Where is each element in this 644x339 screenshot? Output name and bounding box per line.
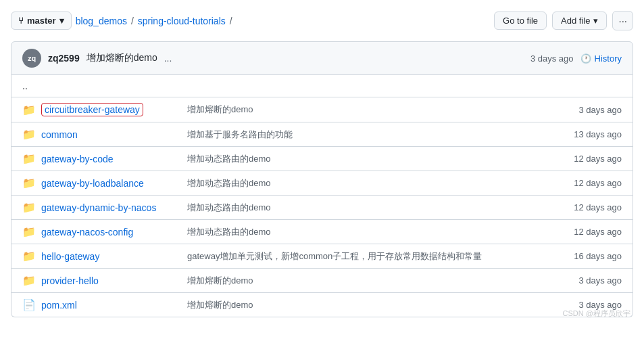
table-row: 📁 gateway-by-loadbalance 增加动态路由的demo 12 … [11,171,633,196]
top-bar: ⑂ master ▾ blog_demos / spring-cloud-tut… [11,11,633,30]
table-row: 📄 pom.xml 增加熔断的demo 3 days ago [11,293,633,317]
file-link-gateway-nacos-config[interactable]: gateway-nacos-config [41,227,133,238]
breadcrumb-sep-2: / [230,16,232,26]
add-file-label: Add file [561,16,590,26]
file-name-cell: 📁 circuitbreaker-gateway [22,103,184,116]
go-to-file-button[interactable]: Go to file [494,12,547,30]
commit-dots[interactable]: ... [164,53,172,64]
file-link-common[interactable]: common [41,129,78,140]
time-hg: 16 days ago [541,251,622,261]
more-options-button[interactable]: ··· [612,11,633,30]
branch-icon: ⑂ [18,16,24,26]
file-link-hello-gateway[interactable]: hello-gateway [41,251,99,262]
branch-selector[interactable]: ⑂ master ▾ [11,12,72,30]
list-item-dotdot: .. [11,75,633,97]
commit-desc-gbl: 增加动态路由的demo [184,177,541,189]
commit-message: 增加熔断的demo [86,52,157,64]
file-name-cell: 📁 gateway-by-loadbalance [22,177,184,189]
folder-icon: 📁 [22,250,36,263]
file-name-cell: 📁 common [22,128,184,141]
time-gbl: 12 days ago [541,178,622,188]
file-link-gateway-dynamic-by-nacos[interactable]: gateway-dynamic-by-nacos [41,202,156,213]
clock-icon: 🕐 [580,53,591,64]
table-row: 📁 circuitbreaker-gateway 增加熔断的demo 3 day… [11,97,633,122]
breadcrumb: ⑂ master ▾ blog_demos / spring-cloud-tut… [11,12,232,30]
file-name-cell: 📁 gateway-nacos-config [22,225,184,238]
commit-desc-circuitbreaker: 增加熔断的demo [184,104,541,116]
folder-icon: 📁 [22,201,36,214]
time-pom: 3 days ago [541,300,622,310]
branch-chevron-icon: ▾ [59,16,64,26]
time-ph: 3 days ago [541,275,622,286]
table-row: 📁 provider-hello 增加熔断的demo 3 days ago [11,269,633,293]
file-link-circuitbreaker-gateway[interactable]: circuitbreaker-gateway [41,103,143,116]
commit-desc-common: 增加基于服务名路由的功能 [184,129,541,141]
commit-user[interactable]: zq2599 [48,53,80,64]
breadcrumb-spring-cloud[interactable]: spring-cloud-tutorials [138,16,226,26]
folder-icon: 📁 [22,128,36,141]
breadcrumb-sep-1: / [131,16,134,26]
file-link-provider-hello[interactable]: provider-hello [41,275,99,286]
file-name-cell: 📄 pom.xml [22,298,184,311]
commit-right: 3 days ago 🕐 History [530,53,622,64]
file-name-cell: 📁 gateway-dynamic-by-nacos [22,201,184,214]
commit-desc-gnc: 增加动态路由的demo [184,226,541,238]
file-link-gateway-by-code[interactable]: gateway-by-code [41,154,114,164]
table-row: 📁 hello-gateway gateway增加单元测试，新增common子工… [11,244,633,269]
table-row: 📁 gateway-nacos-config 增加动态路由的demo 12 da… [11,220,633,244]
table-row: 📁 gateway-dynamic-by-nacos 增加动态路由的demo 1… [11,196,633,220]
add-file-button[interactable]: Add file ▾ [552,12,607,30]
folder-icon: 📁 [22,152,36,165]
file-name-cell: 📁 provider-hello [22,274,184,287]
breadcrumb-blog-demos[interactable]: blog_demos [76,16,127,26]
commit-left: zq zq2599 增加熔断的demo ... [22,49,172,68]
table-row: 📁 common 增加基于服务名路由的功能 13 days ago [11,122,633,147]
commit-desc-gbc: 增加动态路由的demo [184,153,541,165]
file-icon: 📄 [22,298,36,311]
branch-label: master [27,16,56,26]
file-name-cell: 📁 gateway-by-code [22,152,184,165]
commit-bar: zq zq2599 增加熔断的demo ... 3 days ago 🕐 His… [11,41,633,75]
folder-icon: 📁 [22,104,36,116]
time-common: 13 days ago [541,129,622,139]
folder-icon: 📁 [22,225,36,238]
commit-desc-hg: gateway增加单元测试，新增common子工程，用于存放常用数据结构和常量 [184,250,541,263]
file-name-cell: 📁 hello-gateway [22,250,184,263]
avatar: zq [22,49,41,68]
file-link-gateway-by-loadbalance[interactable]: gateway-by-loadbalance [41,178,144,189]
history-label: History [595,53,622,64]
commit-desc-ph: 增加熔断的demo [184,275,541,287]
file-link-pom-xml[interactable]: pom.xml [41,300,77,311]
commit-desc-gdbn: 增加动态路由的demo [184,202,541,214]
folder-icon: 📁 [22,177,36,189]
add-file-chevron-icon: ▾ [593,16,598,26]
history-link[interactable]: 🕐 History [580,53,622,64]
time-circuitbreaker: 3 days ago [541,105,622,115]
time-gnc: 12 days ago [541,227,622,237]
top-actions: Go to file Add file ▾ ··· [494,11,633,30]
time-gdbn: 12 days ago [541,202,622,212]
table-row: 📁 gateway-by-code 增加动态路由的demo 12 days ag… [11,147,633,171]
folder-icon: 📁 [22,274,36,287]
commit-desc-pom: 增加熔断的demo [184,299,541,311]
file-table: .. 📁 circuitbreaker-gateway 增加熔断的demo 3 … [11,75,633,317]
commit-time: 3 days ago [530,53,574,64]
time-gbc: 12 days ago [541,154,622,164]
